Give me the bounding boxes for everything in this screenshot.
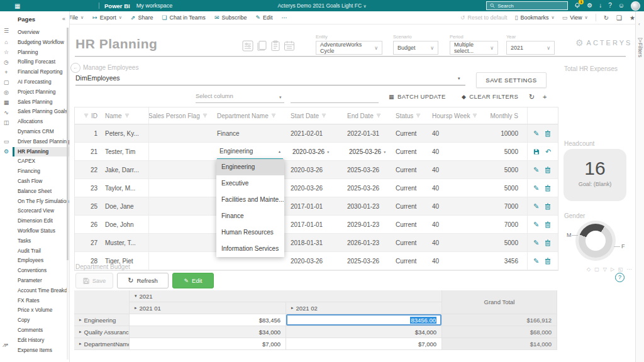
table-row-employee-25[interactable]: 25Doe, Jane2017-01-012030-01-23Current40… bbox=[75, 197, 558, 216]
end-date-select[interactable]: 2025-03-26▾ bbox=[347, 145, 387, 158]
menu-chat-in-teams[interactable]: ❏Chat in Teams bbox=[162, 14, 205, 21]
dropdown-option-human-resources[interactable]: Human Resources bbox=[216, 224, 284, 241]
page-price-x-volume[interactable]: Price x Volume bbox=[13, 305, 69, 315]
budget-refresh-button[interactable]: ↻Refresh bbox=[117, 273, 169, 288]
cell-end-date[interactable]: 2025-03-26▾ bbox=[343, 143, 392, 160]
page-budgeting-workflow[interactable]: Budgeting Workflow bbox=[13, 38, 69, 48]
matrix-row-label-departmentname[interactable]: ▸DepartmentName bbox=[74, 338, 130, 350]
matrix-cell-p2-editing[interactable]: 83456.00 bbox=[286, 314, 442, 326]
settings-gear-icon[interactable]: ⚙ bbox=[587, 0, 592, 11]
page-parameter[interactable]: Parameter bbox=[13, 276, 69, 286]
matrix-row-label-engineering[interactable]: ▸Engineering bbox=[74, 314, 130, 326]
delete-row-icon[interactable] bbox=[545, 167, 551, 173]
select-column-dropdown[interactable]: Select column bbox=[196, 92, 284, 103]
dropdown-option-engineering[interactable]: Engineering bbox=[216, 159, 284, 175]
delete-row-icon[interactable] bbox=[545, 130, 551, 137]
favorite-star-icon[interactable]: ★ bbox=[630, 14, 635, 21]
column-header-hoursp-week[interactable]: Hoursp Week bbox=[428, 107, 485, 124]
column-header-monthly-s[interactable]: Monthly S bbox=[485, 107, 528, 124]
page-employees[interactable]: Employees bbox=[13, 256, 69, 266]
page-conventions[interactable]: Conventions bbox=[13, 266, 69, 276]
download-icon[interactable]: ↓ bbox=[599, 0, 602, 11]
refresh-visuals-icon[interactable]: ↻ bbox=[604, 14, 609, 21]
apps-icon[interactable]: ▦ bbox=[0, 99, 13, 106]
settings-sliders-icon[interactable] bbox=[242, 40, 253, 52]
page-on-the-fly-simulation[interactable]: On The Fly Simulation bbox=[13, 197, 69, 207]
matrix-cell-p1[interactable]: $83,456 bbox=[130, 314, 286, 326]
cell-actions[interactable]: ✎ bbox=[528, 124, 557, 142]
cell-actions[interactable]: ✎ bbox=[528, 197, 557, 215]
edit-row-icon[interactable]: ✎ bbox=[533, 166, 539, 174]
filter-value-input[interactable] bbox=[291, 92, 379, 103]
comment-icon[interactable]: ❏ bbox=[616, 14, 622, 21]
page-fx-rates[interactable]: FX Rates bbox=[13, 296, 69, 306]
period-dropdown[interactable]: Multiple select...∨ bbox=[450, 41, 498, 55]
column-header-sales-person-flag[interactable]: Sales Person Flag bbox=[149, 107, 213, 124]
column-header-end-date[interactable]: End Date bbox=[343, 107, 392, 124]
open-external-icon[interactable]: ↗ bbox=[2, 342, 7, 348]
play-icon[interactable]: ▷ bbox=[611, 266, 614, 272]
more-options-icon[interactable]: ⋯ bbox=[627, 266, 632, 272]
column-header-department-name[interactable]: Department Name bbox=[213, 107, 287, 124]
dropdown-option-executive[interactable]: Executive bbox=[216, 175, 284, 192]
undo-icon[interactable]: ↶ bbox=[545, 148, 551, 156]
favorites-icon[interactable]: ☆ bbox=[0, 49, 13, 55]
delete-row-icon[interactable] bbox=[545, 258, 551, 265]
workspace-name[interactable]: My workspace bbox=[136, 3, 173, 9]
page-audit-trail[interactable]: Audit Trail bbox=[13, 246, 69, 256]
help-circle-icon[interactable]: ? bbox=[615, 273, 625, 282]
cell-actions[interactable]: ✎ bbox=[528, 161, 557, 178]
budget-save-button[interactable]: Save bbox=[75, 273, 113, 288]
browse-icon[interactable]: ▢ bbox=[0, 79, 13, 85]
save-settings-button[interactable]: SAVE SETTINGS bbox=[476, 72, 547, 88]
cell-department[interactable]: Engineering▴ bbox=[213, 143, 287, 160]
table-row-employee-22[interactable]: 22Jake, Darr...2020-03-262025-03-26Curre… bbox=[75, 161, 558, 179]
page-balance-sheet[interactable]: Balance Sheet bbox=[13, 187, 69, 197]
page-driver-based-planning[interactable]: Driver Based Planning bbox=[13, 137, 69, 147]
matrix-period-header-2021-02[interactable]: ▸2021 02 bbox=[286, 302, 442, 314]
page-financing[interactable]: Financing bbox=[13, 167, 69, 177]
page-tasks[interactable]: Tasks bbox=[13, 236, 69, 246]
column-header-name[interactable]: Name bbox=[101, 107, 149, 124]
matrix-cell-p2[interactable]: $34,000 bbox=[286, 326, 442, 338]
page-planning[interactable]: Planning bbox=[13, 48, 69, 58]
page-ai-forecasting[interactable]: AI Forecasting bbox=[13, 77, 69, 87]
table-row-employee-23[interactable]: 23Taylor, M...2020-03-262025-03-26Curren… bbox=[75, 179, 558, 197]
dropdown-option-finance[interactable]: Finance bbox=[216, 208, 284, 224]
column-header-status[interactable]: Status bbox=[392, 107, 428, 124]
page-expense-items[interactable]: Expense Items bbox=[13, 346, 69, 356]
matrix-cell-p2[interactable]: $7,000 bbox=[286, 338, 442, 350]
page-cash-flow[interactable]: Cash Flow bbox=[13, 177, 69, 187]
pages-scrollbar[interactable] bbox=[67, 28, 69, 359]
gender-donut-chart[interactable] bbox=[576, 221, 615, 260]
copy-pages-icon[interactable] bbox=[256, 40, 267, 52]
page-dimension-edit[interactable]: Dimension Edit bbox=[13, 216, 69, 226]
cell-actions[interactable]: ✎ bbox=[528, 234, 557, 251]
delete-row-icon[interactable] bbox=[545, 239, 551, 246]
matrix-edit-input[interactable]: 83456.00 bbox=[286, 314, 441, 326]
matrix-year-header[interactable]: ▾2021 bbox=[130, 290, 442, 302]
search-input[interactable]: Search bbox=[486, 1, 568, 10]
page-sales-planning[interactable]: Sales Planning bbox=[13, 97, 69, 107]
table-row-employee-1[interactable]: 1Peters, Ky...Finance2021-02-012022-01-3… bbox=[75, 124, 558, 143]
recent-icon[interactable]: ◷ bbox=[0, 59, 13, 65]
filter-visual-icon[interactable]: ▽ bbox=[603, 266, 607, 272]
page-edit-history[interactable]: Edit History bbox=[13, 336, 69, 346]
goals-icon[interactable]: ◎ bbox=[0, 89, 13, 96]
clear-filters-button[interactable]: ◆CLEAR FILTERS bbox=[462, 93, 518, 100]
start-date-select[interactable]: 2020-03-26▾ bbox=[291, 145, 331, 158]
page-comments[interactable]: Comments bbox=[13, 326, 69, 336]
page-capex[interactable]: CAPEX bbox=[13, 156, 69, 167]
edit-row-icon[interactable]: ✎ bbox=[533, 202, 539, 211]
menu-bookmarks[interactable]: ▯Bookmarks∨ bbox=[515, 14, 555, 21]
budget-edit-button[interactable]: ✎Edit bbox=[172, 273, 214, 288]
page-financial-reporting[interactable]: Financial Reporting bbox=[13, 67, 69, 77]
feedback-smiley-icon[interactable]: ☺ bbox=[618, 0, 625, 11]
calendar-icon[interactable] bbox=[284, 40, 295, 52]
matrix-period-header-2021-01[interactable]: ▸2021 01 bbox=[130, 302, 286, 314]
page-sales-planning-goals[interactable]: Sales Planning Goals bbox=[13, 107, 69, 117]
page-scorecard-view[interactable]: Scorecard View bbox=[13, 206, 69, 216]
page-dynamics-crm[interactable]: Dynamics CRM bbox=[13, 127, 69, 137]
matrix-cell-p1[interactable]: $7,000 bbox=[130, 338, 286, 350]
edit-row-icon[interactable]: ✎ bbox=[533, 221, 539, 229]
